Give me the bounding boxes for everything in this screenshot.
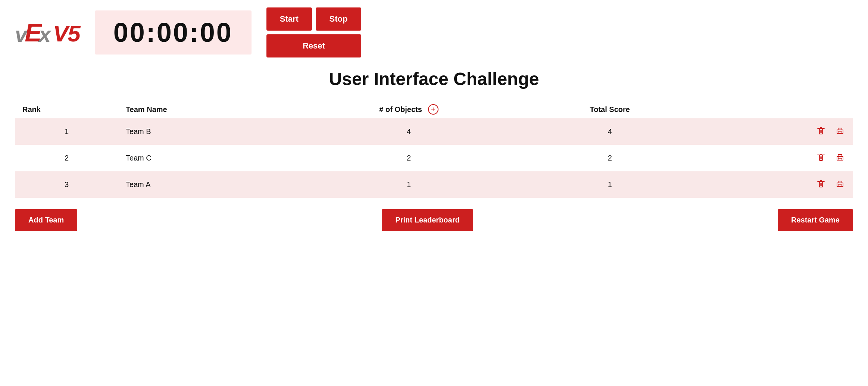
print-leaderboard-button[interactable]: Print Leaderboard [382,209,473,231]
svg-point-9 [838,157,839,158]
delete-row-button[interactable] [816,152,826,165]
cell-score: 2 [524,145,696,171]
svg-rect-8 [838,158,842,160]
print-row-button[interactable] [834,152,846,165]
svg-rect-13 [838,185,842,187]
cell-objects: 4 [294,118,524,145]
cell-score: 1 [524,171,696,198]
col-total-score: Total Score [524,100,696,118]
cell-actions [696,118,853,145]
bottom-bar: Add Team Print Leaderboard Restart Game [15,209,853,231]
logo-v5: V5 [53,22,80,45]
cell-team-name: Team C [118,145,294,171]
cell-objects: 1 [294,171,524,198]
logo-text: v E x V5 [15,20,80,45]
table-header: Rank Team Name # of Objects + Total Scor… [15,100,853,118]
vex-logo: v E x V5 [15,20,80,45]
stop-button[interactable]: Stop [316,7,361,31]
cell-score: 4 [524,118,696,145]
logo-x: x [39,24,50,45]
start-button[interactable]: Start [266,7,312,31]
table-body: 1 Team B 4 4 [15,118,853,198]
table-row: 3 Team A 1 1 [15,171,853,198]
delete-row-button[interactable] [816,178,826,191]
cell-rank: 3 [15,171,118,198]
page-title: User Interface Challenge [15,69,853,89]
cell-actions [696,145,853,171]
reset-button[interactable]: Reset [266,34,361,57]
add-object-icon[interactable]: + [428,104,438,115]
col-rank: Rank [15,100,118,118]
leaderboard-table: Rank Team Name # of Objects + Total Scor… [15,100,853,198]
svg-point-4 [838,131,839,131]
timer-display: 00:00:00 [95,10,252,55]
svg-rect-3 [838,132,842,134]
control-buttons: Start Stop Reset [266,7,361,57]
add-team-button[interactable]: Add Team [15,209,77,231]
cell-team-name: Team A [118,171,294,198]
col-objects: # of Objects + [294,100,524,118]
cell-objects: 2 [294,145,524,171]
svg-point-14 [838,184,839,184]
col-team-name: Team Name [118,100,294,118]
cell-rank: 1 [15,118,118,145]
table-header-row: Rank Team Name # of Objects + Total Scor… [15,100,853,118]
restart-game-button[interactable]: Restart Game [778,209,853,231]
cell-rank: 2 [15,145,118,171]
timer-value: 00:00:00 [113,18,233,47]
print-row-button[interactable] [834,179,846,191]
delete-row-button[interactable] [816,125,826,138]
col-objects-label: # of Objects [379,105,422,114]
table-row: 2 Team C 2 2 [15,145,853,171]
cell-actions [696,171,853,198]
table-row: 1 Team B 4 4 [15,118,853,145]
cell-team-name: Team B [118,118,294,145]
print-row-button[interactable] [834,126,846,138]
header: v E x V5 00:00:00 Start Stop Reset [15,7,853,57]
col-actions [696,100,853,118]
